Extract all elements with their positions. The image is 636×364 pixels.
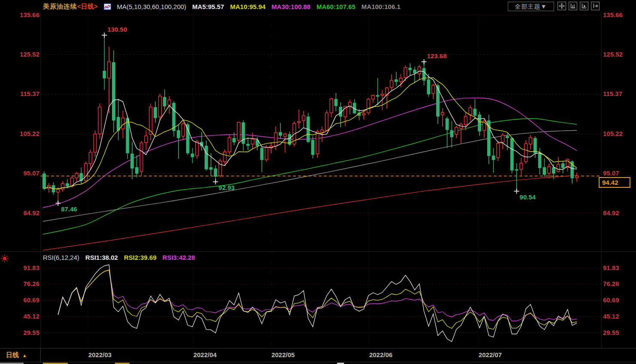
candle-body [501,135,504,142]
theme-dropdown[interactable]: 全部主题▼ [508,2,554,11]
candle-body [84,164,87,181]
candle-body [205,146,208,169]
candle-body [93,134,96,152]
instrument-title: 美原油连续<日线> [43,3,98,11]
extreme-price-label: 87.46 [61,205,77,213]
candle-body [543,168,546,174]
candle-body [196,141,199,156]
rsi-axis-label: 45.12 [603,313,619,320]
price-chart-canvas[interactable] [0,0,636,364]
trading-app-window: 美原油连续<日线> MA(5,10,30,60,100,200) MA5:95.… [0,0,636,364]
extreme-price-label: 90.54 [520,193,536,201]
candle-body [214,168,217,176]
candle-body [159,96,162,117]
candle-body [298,121,301,123]
candle-body [395,80,398,82]
extreme-markers-layer [55,33,519,206]
candle-body [524,144,527,162]
candle-body [260,148,263,159]
ma-line-ma200 [43,175,577,250]
candle-body [510,138,513,170]
candle-body [163,97,166,106]
candle-body [469,108,472,114]
y-axis-label: 115.37 [1,90,39,97]
y-axis-label: 84.92 [603,209,619,217]
rsi-lines-layer [58,265,577,341]
triangle-up-icon: ▲ [22,353,27,358]
candle-body [427,80,430,94]
rsi-line-24 [58,271,577,321]
chart-toolbar [558,2,600,10]
candle-body [478,115,481,131]
candle-body [311,140,314,155]
candle-body [121,118,124,129]
candle-body [515,169,518,170]
candle-body [168,100,171,105]
candle-body [140,143,143,171]
extreme-price-label: 130.50 [107,26,127,33]
y-axis-label: 95.07 [603,169,619,177]
candle-body [548,167,551,173]
crosshair-move-icon[interactable] [558,2,566,10]
candle-body [534,138,537,153]
rsi-axis-label: 29.55 [603,329,619,336]
candle-body [409,68,412,70]
candle-body [126,118,129,153]
candle-body [131,154,134,168]
ma-legend-item: MA30:100.88 [271,3,310,10]
pane-compress-icon[interactable] [569,2,577,10]
candle-body [279,132,282,135]
last-price-box: 94.42 [599,177,630,188]
x-axis-date-label: 2022/06 [362,351,400,358]
candle-body [455,127,458,134]
rsi-axis-label: 76.26 [1,280,39,287]
ma-legend-item: MA60:107.65 [316,3,356,10]
candle-body [529,138,532,144]
x-axis-date-label: 2022/04 [186,351,224,358]
rsi-axis-label: 91.83 [603,264,619,271]
candle-body [446,119,449,129]
candle-body [191,154,194,157]
rsi-legend-item: RSI3:42.28 [163,254,195,261]
extreme-price-label: 92.93 [219,184,235,191]
pane-shift-icon[interactable] [591,2,600,10]
rsi-line-6 [58,265,577,341]
y-axis-label: 125.52 [1,51,39,58]
candle-body [89,152,92,163]
ma-legend-item: MA100:106.1 [362,3,401,10]
rsi-axis-label: 60.69 [1,296,39,304]
extreme-price-label: 123.68 [427,52,447,60]
candle-body [145,136,148,142]
ma-params-label: MA(5,10,30,60,100,200) [117,3,187,10]
candle-body [552,168,555,174]
rsi-axis-label: 60.69 [603,296,619,304]
ma-fast-layer [44,71,577,189]
candle-body [247,144,250,146]
rsi-axis-label: 45.12 [1,313,39,320]
rsi-line-12 [58,270,577,329]
rsi-legend-item: RSI2:39.69 [124,254,157,261]
ma-legend: MA5:95.57MA10:95.94MA30:100.88MA60:107.6… [192,3,400,10]
rsi-axis-label: 76.26 [603,280,619,287]
candle-body [418,67,421,74]
candle-body [117,117,120,130]
last-price-value: 94.42 [602,179,618,186]
candle-body [251,139,254,144]
period-tab-daily[interactable]: 日线▲ [0,349,41,362]
pane-play-icon[interactable] [580,2,588,10]
period-tab-label: 日线 [6,351,19,358]
x-axis-date-label: 2022/07 [471,351,509,358]
candle-body [177,130,180,138]
candle-body [497,143,500,158]
candle-body [316,132,319,154]
candle-body [75,173,78,178]
pane-borders [0,12,636,361]
alarm-dot-icon [0,254,10,263]
chart-header: 美原油连续<日线> MA(5,10,30,60,100,200) MA5:95.… [43,2,401,11]
y-axis-label: 84.92 [1,209,39,217]
rsi-axis-label: 91.83 [1,264,39,271]
candle-body [399,78,402,81]
y-axis-label: 105.22 [1,130,39,137]
candle-body [561,164,564,168]
x-axis-date-label: 2022/03 [81,351,119,358]
